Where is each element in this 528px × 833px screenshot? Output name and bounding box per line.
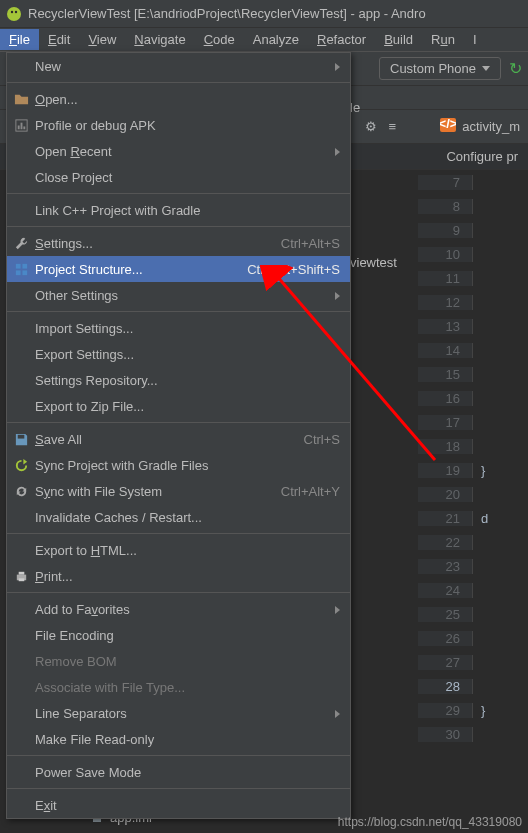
svg-rect-12 (22, 270, 27, 275)
menu-edit[interactable]: Edit (39, 29, 79, 50)
menu-item-label: Print... (35, 569, 73, 584)
menu-item-label: Export Settings... (35, 347, 134, 362)
menu-i[interactable]: I (464, 29, 486, 50)
hamburger-icon[interactable]: ≡ (389, 119, 397, 134)
editor-line[interactable]: 14 (418, 338, 528, 362)
file-menu-link-c-project-with-gradle[interactable]: Link C++ Project with Gradle (7, 197, 350, 223)
file-menu-invalidate-caches-restart[interactable]: Invalidate Caches / Restart... (7, 504, 350, 530)
line-number: 27 (418, 655, 473, 670)
svg-point-0 (7, 7, 21, 21)
menu-build[interactable]: Build (375, 29, 422, 50)
file-menu-project-structure[interactable]: Project Structure...Ctrl+Alt+Shift+S (7, 256, 350, 282)
editor-area[interactable]: 78910111213141516171819}2021d22232425262… (418, 170, 528, 833)
menu-item-label: Project Structure... (35, 262, 143, 277)
save-icon (13, 431, 29, 447)
file-menu-sync-project-with-gradle-files[interactable]: Sync Project with Gradle Files (7, 452, 350, 478)
menu-item-label: Open... (35, 92, 78, 107)
file-menu-sync-with-file-system[interactable]: Sync with File SystemCtrl+Alt+Y (7, 478, 350, 504)
editor-line[interactable]: 18 (418, 434, 528, 458)
sync-icon[interactable]: ↻ (509, 59, 522, 78)
editor-line[interactable]: 30 (418, 722, 528, 746)
gear-icon[interactable]: ⚙ (365, 119, 377, 134)
svg-rect-8 (23, 126, 25, 129)
file-menu-export-to-html[interactable]: Export to HTML... (7, 537, 350, 563)
editor-line[interactable]: 27 (418, 650, 528, 674)
line-number: 16 (418, 391, 473, 406)
menu-item-label: Associate with File Type... (35, 680, 185, 695)
menu-item-label: Other Settings (35, 288, 118, 303)
editor-tab-label: activity_m (462, 119, 520, 134)
file-menu-exit[interactable]: Exit (7, 792, 350, 818)
file-menu-export-settings[interactable]: Export Settings... (7, 341, 350, 367)
file-menu-import-settings[interactable]: Import Settings... (7, 315, 350, 341)
editor-line[interactable]: 22 (418, 530, 528, 554)
editor-line[interactable]: 11 (418, 266, 528, 290)
editor-line[interactable]: 25 (418, 602, 528, 626)
file-menu-other-settings[interactable]: Other Settings (7, 282, 350, 308)
editor-line[interactable]: 21d (418, 506, 528, 530)
menu-file[interactable]: File (0, 29, 39, 50)
editor-line[interactable]: 17 (418, 410, 528, 434)
file-menu-settings[interactable]: Settings...Ctrl+Alt+S (7, 230, 350, 256)
menu-analyze[interactable]: Analyze (244, 29, 308, 50)
svg-rect-9 (15, 263, 20, 268)
xml-file-icon: </> (440, 118, 456, 135)
file-menu-save-all[interactable]: Save AllCtrl+S (7, 426, 350, 452)
file-menu-line-separators[interactable]: Line Separators (7, 700, 350, 726)
file-menu-remove-bom: Remove BOM (7, 648, 350, 674)
editor-line[interactable]: 9 (418, 218, 528, 242)
menu-separator (7, 592, 350, 593)
editor-line[interactable]: 26 (418, 626, 528, 650)
menu-item-label: Sync Project with Gradle Files (35, 458, 208, 473)
menu-view[interactable]: View (79, 29, 125, 50)
menu-separator (7, 755, 350, 756)
file-menu-open[interactable]: Open... (7, 86, 350, 112)
editor-line[interactable]: 12 (418, 290, 528, 314)
editor-line[interactable]: 10 (418, 242, 528, 266)
menu-shortcut: Ctrl+Alt+S (257, 236, 340, 251)
menu-navigate[interactable]: Navigate (125, 29, 194, 50)
menu-item-label: Settings... (35, 236, 93, 251)
editor-line[interactable]: 28 (418, 674, 528, 698)
menu-item-label: Remove BOM (35, 654, 117, 669)
code-text: } (473, 463, 485, 478)
file-menu-make-file-read-only[interactable]: Make File Read-only (7, 726, 350, 752)
editor-line[interactable]: 8 (418, 194, 528, 218)
menu-separator (7, 311, 350, 312)
device-selector[interactable]: Custom Phone (379, 57, 501, 80)
file-menu-export-to-zip-file[interactable]: Export to Zip File... (7, 393, 350, 419)
submenu-arrow-icon (335, 144, 340, 159)
editor-line[interactable]: 29} (418, 698, 528, 722)
editor-line[interactable]: 13 (418, 314, 528, 338)
menu-code[interactable]: Code (195, 29, 244, 50)
file-menu-popup: NewOpen...Profile or debug APKOpen Recen… (6, 52, 351, 819)
menu-item-label: Sync with File System (35, 484, 162, 499)
line-number: 26 (418, 631, 473, 646)
editor-line[interactable]: 20 (418, 482, 528, 506)
editor-line[interactable]: 15 (418, 362, 528, 386)
folder-icon (13, 91, 29, 107)
file-menu-close-project[interactable]: Close Project (7, 164, 350, 190)
file-menu-profile-or-debug-apk[interactable]: Profile or debug APK (7, 112, 350, 138)
editor-line[interactable]: 19} (418, 458, 528, 482)
profile-icon (13, 117, 29, 133)
file-menu-open-recent[interactable]: Open Recent (7, 138, 350, 164)
file-menu-power-save-mode[interactable]: Power Save Mode (7, 759, 350, 785)
svg-rect-13 (17, 434, 24, 438)
editor-line[interactable]: 7 (418, 170, 528, 194)
breadcrumb-fragment: le (350, 100, 360, 115)
menu-run[interactable]: Run (422, 29, 464, 50)
editor-tab[interactable]: </> activity_m (440, 118, 520, 135)
file-menu-add-to-favorites[interactable]: Add to Favorites (7, 596, 350, 622)
menu-refactor[interactable]: Refactor (308, 29, 375, 50)
svg-rect-11 (15, 270, 20, 275)
wrench-icon (13, 235, 29, 251)
file-menu-new[interactable]: New (7, 53, 350, 79)
file-menu-settings-repository[interactable]: Settings Repository... (7, 367, 350, 393)
file-menu-print[interactable]: Print... (7, 563, 350, 589)
editor-line[interactable]: 24 (418, 578, 528, 602)
line-number: 11 (418, 271, 473, 286)
editor-line[interactable]: 16 (418, 386, 528, 410)
editor-line[interactable]: 23 (418, 554, 528, 578)
file-menu-file-encoding[interactable]: File Encoding (7, 622, 350, 648)
